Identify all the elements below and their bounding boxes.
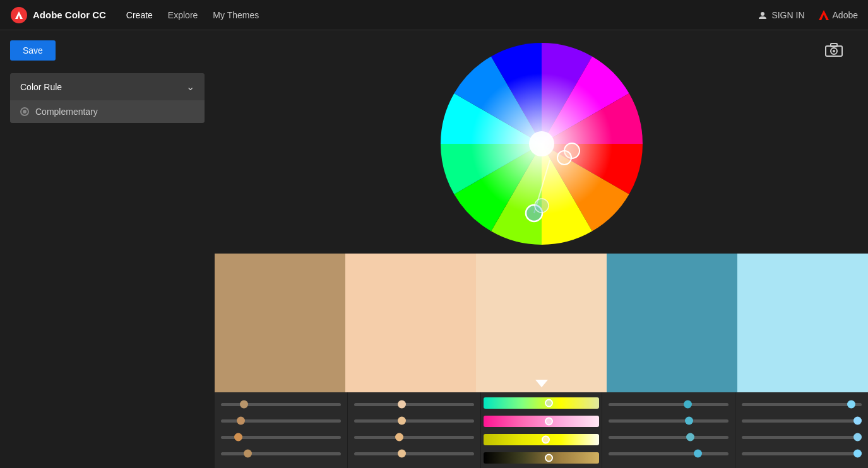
slider-track[interactable] <box>609 403 728 406</box>
color-rule-dropdown[interactable]: Color Rule ⌄ <box>10 73 205 100</box>
slider-row <box>221 445 341 462</box>
slider-thumb[interactable] <box>853 417 862 425</box>
adobe-logo: Adobe <box>817 9 858 21</box>
svg-rect-4 <box>831 44 837 47</box>
slider-thumb[interactable] <box>234 433 242 442</box>
slider-track[interactable] <box>221 436 341 439</box>
adobe-color-icon <box>10 6 28 24</box>
swatch-1[interactable] <box>215 254 345 392</box>
slider-row <box>609 412 728 429</box>
slider-track[interactable] <box>609 419 728 423</box>
bri-thumb[interactable] <box>542 435 550 443</box>
app-logo: Adobe Color CC <box>10 6 106 24</box>
wheel-area <box>215 30 868 468</box>
color-swatches-row <box>215 254 868 392</box>
slider-thumb[interactable] <box>694 450 702 458</box>
slider-group-4 <box>602 392 735 468</box>
hex-thumb[interactable] <box>545 453 553 462</box>
header-right: SIGN IN Adobe <box>758 9 858 21</box>
camera-button[interactable] <box>825 43 843 61</box>
slider-row <box>742 429 862 445</box>
svg-point-1 <box>761 12 764 16</box>
swatch-2[interactable] <box>345 254 476 392</box>
slider-thumb[interactable] <box>237 417 245 425</box>
slider-thumb[interactable] <box>853 450 862 458</box>
radio-inner <box>23 110 27 114</box>
slider-row <box>354 429 474 445</box>
slider-thumb[interactable] <box>686 433 694 442</box>
swatch-5[interactable] <box>737 254 868 392</box>
slider-track[interactable] <box>609 452 728 455</box>
save-button[interactable]: Save <box>10 40 56 61</box>
slider-track[interactable] <box>221 452 341 455</box>
anchor-triangle <box>535 380 548 387</box>
svg-point-5 <box>833 50 835 52</box>
hex-spectrum-bar[interactable] <box>484 452 598 464</box>
slider-track[interactable] <box>354 436 474 439</box>
slider-track[interactable] <box>354 403 474 406</box>
svg-point-7 <box>529 131 554 156</box>
slider-thumb[interactable] <box>398 417 406 425</box>
slider-thumb[interactable] <box>685 417 693 425</box>
slider-row <box>609 445 728 462</box>
complementary-label: Complementary <box>35 107 98 117</box>
slider-thumb[interactable] <box>853 433 862 442</box>
nav-explore[interactable]: Explore <box>168 10 198 20</box>
slider-track[interactable] <box>354 419 474 423</box>
slider-row <box>354 396 474 412</box>
slider-row <box>221 429 341 445</box>
slider-row <box>221 396 341 412</box>
sign-in-button[interactable]: SIGN IN <box>758 10 804 20</box>
swatch-3[interactable] <box>476 254 607 392</box>
color-rule-panel: Color Rule ⌄ Complementary <box>10 73 205 123</box>
slider-row <box>742 396 862 412</box>
main-content: Save Color Rule ⌄ Complementary <box>0 30 868 468</box>
sat-spectrum-bar[interactable] <box>484 416 598 427</box>
slider-thumb[interactable] <box>684 401 692 409</box>
slider-thumb[interactable] <box>847 401 855 409</box>
slider-row <box>742 412 862 429</box>
wheel-handle-mid[interactable] <box>557 151 571 165</box>
sidebar: Save Color Rule ⌄ Complementary <box>0 30 215 468</box>
slider-group-2 <box>348 392 481 468</box>
color-wheel[interactable] <box>441 43 643 245</box>
slider-row <box>609 429 728 445</box>
camera-icon <box>825 43 843 57</box>
slider-track[interactable] <box>742 452 862 455</box>
slider-thumb[interactable] <box>395 433 403 442</box>
slider-track[interactable] <box>742 419 862 423</box>
swatch-4[interactable] <box>607 254 737 392</box>
hue-thumb[interactable] <box>545 399 553 407</box>
slider-group-1 <box>215 392 348 468</box>
slider-thumb[interactable] <box>398 401 406 409</box>
slider-thumb[interactable] <box>398 450 406 458</box>
slider-thumb[interactable] <box>244 450 252 458</box>
slider-track[interactable] <box>609 436 728 439</box>
adobe-icon <box>817 9 830 21</box>
slider-thumb[interactable] <box>240 401 248 409</box>
slider-track[interactable] <box>354 452 474 455</box>
chevron-down-icon: ⌄ <box>186 81 194 93</box>
slider-group-center <box>481 392 602 468</box>
slider-track[interactable] <box>221 419 341 423</box>
slider-track[interactable] <box>221 403 341 406</box>
wheel-handle-secondary[interactable] <box>535 199 549 213</box>
sliders-container <box>215 392 868 468</box>
bri-spectrum-bar[interactable] <box>484 434 598 445</box>
slider-track[interactable] <box>742 403 862 406</box>
sat-thumb[interactable] <box>545 417 553 425</box>
nav-create[interactable]: Create <box>126 10 153 20</box>
app-title: Adobe Color CC <box>33 9 106 20</box>
color-rule-item-complementary[interactable]: Complementary <box>10 100 205 123</box>
nav-my-themes[interactable]: My Themes <box>213 10 259 20</box>
header: Adobe Color CC Create Explore My Themes … <box>0 0 868 30</box>
user-icon <box>758 10 768 20</box>
color-wheel-container[interactable] <box>441 43 643 245</box>
hue-spectrum-bar[interactable] <box>484 397 598 409</box>
slider-row <box>609 396 728 412</box>
slider-group-5 <box>735 392 868 468</box>
main-nav: Create Explore My Themes <box>126 10 758 20</box>
slider-row <box>354 412 474 429</box>
slider-row <box>742 445 862 462</box>
slider-track[interactable] <box>742 436 862 439</box>
